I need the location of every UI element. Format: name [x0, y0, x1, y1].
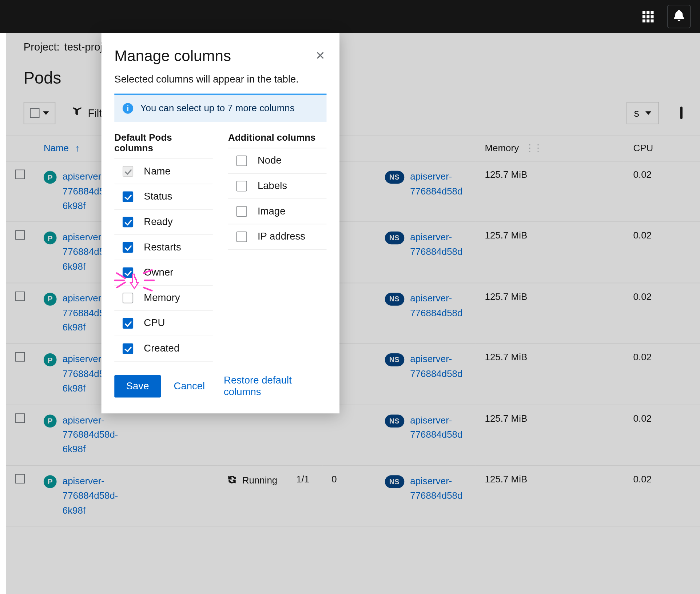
sort-asc-icon: ↑ — [75, 143, 80, 153]
app-launcher-button[interactable] — [636, 5, 660, 28]
save-button[interactable]: Save — [114, 375, 161, 398]
checkbox-icon[interactable] — [123, 293, 133, 303]
pod-badge-icon: P — [44, 414, 57, 428]
right-dropdown[interactable]: s — [626, 102, 659, 124]
owner-link[interactable]: apiserver-776884d58d — [410, 292, 462, 321]
row-checkbox[interactable] — [15, 352, 25, 362]
pod-cpu: 0.02 — [633, 230, 652, 241]
default-column-option-label: Owner — [144, 267, 173, 278]
pod-row: P apiserver-776884d58d-6k98f NS apiserve… — [6, 405, 700, 465]
row-checkbox[interactable] — [15, 292, 25, 301]
cancel-button[interactable]: Cancel — [174, 381, 205, 392]
checkbox-icon[interactable] — [123, 343, 133, 354]
row-checkbox[interactable] — [15, 413, 25, 423]
default-column-option-label: Restarts — [144, 241, 181, 253]
checkbox-icon[interactable] — [236, 156, 247, 166]
pod-cpu: 0.02 — [633, 292, 652, 302]
default-columns-heading: Default Pods columns — [114, 133, 213, 154]
additional-column-option-label: IP address — [258, 231, 305, 242]
col-cpu[interactable]: CPU — [624, 135, 700, 161]
checkbox-icon[interactable] — [236, 181, 247, 191]
pod-memory: 125.7 MiB — [485, 413, 528, 424]
pod-name-link[interactable]: apiserver-776884d58d-6k98f — [63, 413, 118, 457]
columns-icon — [680, 107, 682, 119]
additional-column-option[interactable]: Image — [228, 199, 327, 225]
pod-memory: 125.7 MiB — [485, 352, 528, 362]
col-checkbox — [6, 135, 34, 161]
caret-down-icon — [645, 111, 651, 115]
filter-icon — [72, 107, 82, 119]
restore-defaults-button[interactable]: Restore default columns — [224, 374, 326, 398]
default-column-option[interactable]: Ready — [114, 210, 213, 235]
owner-badge-icon: NS — [385, 414, 404, 428]
notifications-button[interactable] — [667, 5, 691, 28]
checkbox-icon[interactable] — [123, 192, 133, 202]
default-column-option-label: Memory — [144, 292, 180, 304]
default-column-option[interactable]: Owner — [114, 260, 213, 286]
owner-link[interactable]: apiserver-776884d58d — [410, 413, 462, 442]
sort-indicator-icon: ⋮⋮ — [525, 143, 541, 153]
row-checkbox[interactable] — [15, 170, 25, 179]
pod-cpu: 0.02 — [633, 170, 652, 180]
right-dropdown-text: s — [634, 107, 640, 119]
pod-name-link[interactable]: apiserver-776884d58d-6k98f — [63, 474, 118, 518]
pod-cpu: 0.02 — [633, 352, 652, 362]
owner-link[interactable]: apiserver-776884d58d — [410, 230, 462, 260]
pod-status: Running — [242, 475, 278, 486]
owner-link[interactable]: apiserver-776884d58d — [410, 474, 462, 503]
default-column-option[interactable]: Memory — [114, 286, 213, 311]
pod-badge-icon: P — [44, 293, 57, 306]
default-column-option-label: Status — [144, 191, 172, 202]
owner-badge-icon: NS — [385, 475, 404, 488]
row-checkbox[interactable] — [15, 474, 25, 483]
bulk-select[interactable] — [24, 102, 55, 124]
default-column-option[interactable]: Status — [114, 184, 213, 210]
default-column-option[interactable]: Created — [114, 336, 213, 362]
owner-badge-icon: NS — [385, 353, 404, 366]
row-checkbox[interactable] — [15, 230, 25, 240]
sync-icon — [227, 474, 238, 487]
info-icon: i — [123, 103, 133, 114]
checkbox-icon[interactable] — [123, 267, 133, 278]
checkbox-icon[interactable] — [123, 318, 133, 329]
checkbox-icon[interactable] — [123, 242, 133, 253]
additional-columns-heading: Additional columns — [228, 133, 327, 143]
pod-cpu: 0.02 — [633, 474, 652, 484]
manage-columns-modal: Manage columns ✕ Selected columns will a… — [102, 33, 339, 414]
project-label: Project: — [24, 41, 60, 53]
pod-cpu: 0.02 — [633, 413, 652, 424]
pod-ready: 1/1 — [296, 474, 309, 484]
additional-column-option[interactable]: IP address — [228, 224, 327, 250]
modal-info-text: You can select up to 7 more columns — [140, 103, 295, 114]
default-column-option[interactable]: CPU — [114, 311, 213, 336]
apps-grid-icon — [643, 11, 654, 22]
col-owner[interactable] — [375, 135, 475, 161]
manage-columns-button[interactable] — [680, 108, 682, 118]
additional-column-option[interactable]: Labels — [228, 174, 327, 199]
additional-column-option-label: Image — [258, 205, 286, 217]
default-column-option[interactable]: Name — [114, 158, 213, 184]
checkbox-icon[interactable] — [236, 232, 247, 242]
additional-column-option-label: Node — [258, 155, 282, 166]
modal-subtitle: Selected columns will appear in the tabl… — [114, 74, 326, 85]
default-column-option-label: Name — [144, 165, 170, 177]
default-column-option[interactable]: Restarts — [114, 235, 213, 260]
col-memory[interactable]: Memory ⋮⋮ — [476, 135, 624, 161]
pod-memory: 125.7 MiB — [485, 170, 528, 180]
col-name-label: Name — [44, 143, 69, 153]
owner-badge-icon: NS — [385, 232, 404, 245]
modal-close-button[interactable]: ✕ — [314, 47, 326, 64]
checkbox-icon[interactable] — [123, 217, 133, 227]
additional-column-option[interactable]: Node — [228, 148, 327, 174]
checkbox-icon[interactable] — [123, 166, 133, 177]
pod-badge-icon: P — [44, 475, 57, 488]
modal-info-banner: i You can select up to 7 more columns — [114, 94, 326, 122]
checkbox-icon[interactable] — [236, 206, 247, 217]
owner-link[interactable]: apiserver-776884d58d — [410, 170, 462, 199]
pod-restarts: 0 — [331, 474, 337, 484]
default-column-option-label: Ready — [144, 216, 173, 228]
caret-down-icon — [43, 111, 49, 115]
col-cpu-label: CPU — [633, 143, 653, 153]
owner-link[interactable]: apiserver-776884d58d — [410, 352, 462, 381]
pod-badge-icon: P — [44, 232, 57, 245]
